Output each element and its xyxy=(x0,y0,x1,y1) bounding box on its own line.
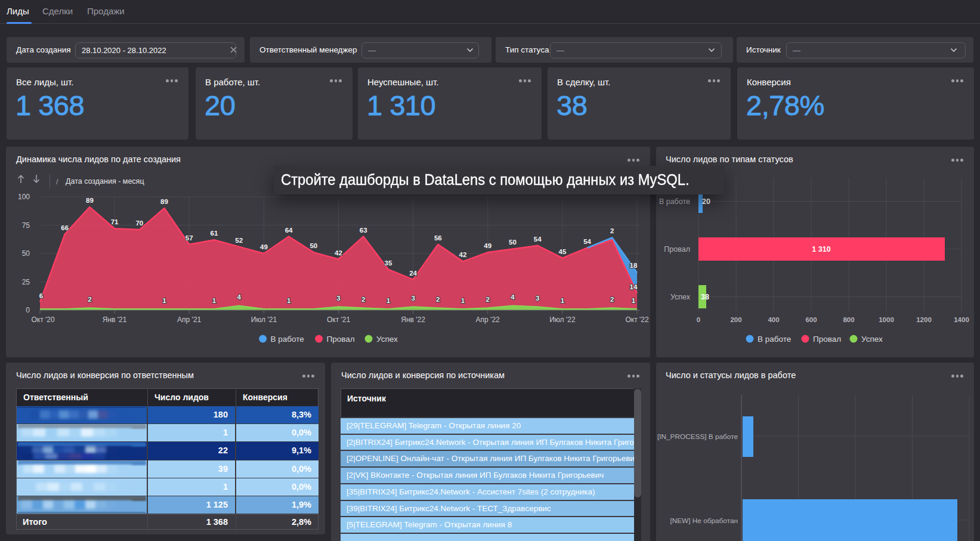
svg-text:14: 14 xyxy=(630,283,638,290)
svg-text:89: 89 xyxy=(160,198,168,205)
svg-text:56: 56 xyxy=(434,234,442,242)
svg-text:Успех: Успех xyxy=(376,335,398,344)
svg-text:45: 45 xyxy=(559,248,567,255)
svg-text:89: 89 xyxy=(86,197,94,204)
svg-text:1: 1 xyxy=(387,297,391,304)
svg-text:Окт '20: Окт '20 xyxy=(31,316,55,324)
svg-text:Июл '22: Июл '22 xyxy=(549,316,576,324)
svg-text:1: 1 xyxy=(461,297,465,304)
svg-text:1: 1 xyxy=(212,297,217,304)
svg-text:800: 800 xyxy=(843,316,854,323)
svg-text:1400: 1400 xyxy=(954,316,969,323)
svg-text:2: 2 xyxy=(361,296,365,303)
svg-text:25: 25 xyxy=(22,278,30,286)
svg-text:61: 61 xyxy=(211,230,218,237)
svg-text:В работе: В работе xyxy=(271,335,304,344)
svg-text:4: 4 xyxy=(237,293,241,301)
svg-text:0: 0 xyxy=(697,316,700,323)
svg-text:Апр '22: Апр '22 xyxy=(476,316,500,324)
svg-text:1200: 1200 xyxy=(916,316,932,323)
svg-text:2: 2 xyxy=(610,296,614,303)
svg-text:24: 24 xyxy=(409,270,417,277)
svg-text:Провал: Провал xyxy=(327,335,355,344)
svg-text:Успех: Успех xyxy=(861,335,883,344)
svg-text:1: 1 xyxy=(162,297,166,304)
svg-text:В работе: В работе xyxy=(758,335,791,344)
svg-text:71: 71 xyxy=(111,218,119,225)
svg-text:66: 66 xyxy=(61,224,69,231)
svg-text:Янв '21: Янв '21 xyxy=(103,316,127,324)
svg-text:64: 64 xyxy=(285,227,293,234)
svg-text:50: 50 xyxy=(310,242,317,249)
svg-text:Окт '21: Окт '21 xyxy=(327,316,351,324)
svg-text:600: 600 xyxy=(805,316,817,323)
svg-text:3: 3 xyxy=(536,295,539,302)
svg-text:4: 4 xyxy=(511,293,515,301)
svg-text:Окт '22: Окт '22 xyxy=(625,316,649,324)
svg-text:2: 2 xyxy=(486,296,489,303)
svg-text:50: 50 xyxy=(22,249,30,258)
svg-text:400: 400 xyxy=(768,316,779,323)
svg-text:6: 6 xyxy=(39,292,43,299)
svg-text:100: 100 xyxy=(18,193,30,201)
svg-text:1: 1 xyxy=(632,297,636,304)
svg-text:63: 63 xyxy=(360,227,367,234)
svg-text:Июл '21: Июл '21 xyxy=(251,316,277,324)
svg-text:2: 2 xyxy=(88,296,91,303)
svg-text:57: 57 xyxy=(186,234,193,242)
svg-text:20: 20 xyxy=(702,197,710,206)
svg-text:1: 1 xyxy=(287,297,291,304)
svg-text:[NEW] Не обработан: [NEW] Не обработан xyxy=(670,517,738,525)
svg-text:54: 54 xyxy=(583,238,591,245)
svg-text:1 310: 1 310 xyxy=(812,245,830,254)
svg-text:18: 18 xyxy=(630,262,638,269)
svg-text:200: 200 xyxy=(730,316,741,323)
svg-text:54: 54 xyxy=(534,236,542,243)
svg-text:50: 50 xyxy=(509,239,517,246)
svg-text:2: 2 xyxy=(436,296,440,303)
svg-text:2: 2 xyxy=(610,227,614,234)
svg-text:70: 70 xyxy=(135,220,143,227)
svg-text:35: 35 xyxy=(385,259,392,267)
svg-text:В работе: В работе xyxy=(659,197,690,206)
svg-text:Успех: Успех xyxy=(670,293,691,301)
svg-text:38: 38 xyxy=(701,293,709,301)
svg-text:42: 42 xyxy=(459,251,467,258)
svg-text:42: 42 xyxy=(335,249,342,256)
svg-text:52: 52 xyxy=(235,237,243,244)
svg-text:3: 3 xyxy=(411,295,415,302)
svg-text:49: 49 xyxy=(260,243,268,251)
svg-text:Провал: Провал xyxy=(813,335,841,344)
svg-text:75: 75 xyxy=(22,221,30,230)
svg-text:Провал: Провал xyxy=(664,245,690,254)
svg-text:0: 0 xyxy=(26,306,30,314)
svg-text:1: 1 xyxy=(561,297,565,304)
svg-text:Апр '21: Апр '21 xyxy=(177,316,201,324)
svg-text:49: 49 xyxy=(484,242,491,249)
svg-text:[IN_PROCESS] В работе: [IN_PROCESS] В работе xyxy=(657,432,738,441)
svg-text:3: 3 xyxy=(336,295,340,302)
svg-text:1000: 1000 xyxy=(879,316,894,323)
svg-text:Янв '22: Янв '22 xyxy=(401,316,425,324)
